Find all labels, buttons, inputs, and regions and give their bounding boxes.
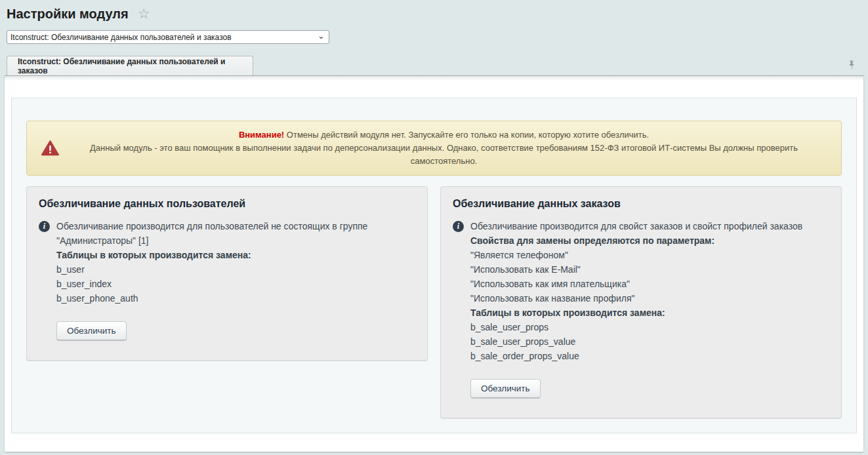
anonymize-orders-button[interactable]: Обезличить (470, 379, 541, 398)
text-line: Свойства для замены определяются по пара… (470, 233, 829, 248)
warning-triangle-icon (41, 140, 59, 160)
warning-banner: Внимание! Отмены действий модуля нет. За… (26, 121, 842, 176)
text-line: b_user_index (56, 277, 415, 291)
info-icon: i (39, 221, 50, 232)
page-title: Настройки модуля (7, 6, 129, 22)
users-panel-title: Обезличивание данных пользователей (39, 198, 415, 210)
warning-line-1: Внимание! Отмены действий модуля нет. За… (73, 129, 815, 142)
chevron-down-icon: ⌄ (318, 33, 325, 39)
module-select-value: Itconstruct: Обезличивание данных пользо… (10, 33, 318, 42)
warning-line-2: Данный модуль - это ваш помощник в выпол… (73, 142, 815, 168)
warning-title: Внимание! (239, 130, 284, 140)
favorite-star-icon[interactable]: ☆ (138, 7, 150, 20)
orders-panel-title: Обезличивание данных заказов (453, 198, 829, 210)
users-anonymization-panel: Обезличивание данных пользователей i Обе… (26, 186, 428, 361)
page-header: Настройки модуля ☆ Itconstruct: Обезличи… (0, 0, 868, 44)
text-line: b_user_phone_auth (56, 291, 415, 306)
users-panel-text: Обезличивание производится для пользоват… (56, 219, 415, 306)
text-line: "Является телефоном" (470, 248, 829, 262)
settings-form-area: Внимание! Отмены действий модуля нет. За… (11, 98, 857, 433)
text-line: b_sale_user_props_value (470, 334, 829, 349)
tab-module-settings[interactable]: Itconstruct: Обезличивание данных пользо… (7, 56, 253, 75)
orders-panel-text: Обезличивание производится для свойст за… (470, 219, 829, 363)
module-select[interactable]: Itconstruct: Обезличивание данных пользо… (7, 30, 329, 44)
text-line: "Использовать как название профиля" (470, 291, 829, 306)
tab-bar: Itconstruct: Обезличивание данных пользо… (7, 56, 863, 75)
warning-text-1: Отмены действий модуля нет. Запускайте е… (287, 130, 649, 140)
pin-icon[interactable] (848, 60, 856, 74)
text-line: Таблицы в которых производится замена: (56, 248, 415, 262)
module-settings-page: { "page": { "title": "Настройки модуля" … (0, 0, 868, 455)
tab-label: Itconstruct: Обезличивание данных пользо… (18, 57, 242, 75)
text-line: b_user (56, 262, 415, 277)
anonymize-users-button[interactable]: Обезличить (56, 321, 127, 340)
text-line: b_sale_order_props_value (470, 349, 829, 363)
orders-column: Обезличивание данных заказов i Обезличив… (440, 186, 842, 418)
text-line: "Использовать как E-Mail" (470, 262, 829, 277)
content-card: Внимание! Отмены действий модуля нет. За… (5, 75, 863, 452)
panels-row: Обезличивание данных пользователей i Обе… (26, 186, 842, 418)
text-line: Обезличивание производится для пользоват… (56, 219, 415, 248)
text-line: Таблицы в которых производится замена: (470, 306, 829, 320)
users-column: Обезличивание данных пользователей i Обе… (26, 186, 428, 361)
orders-anonymization-panel: Обезличивание данных заказов i Обезличив… (440, 186, 842, 418)
text-line: b_sale_user_props (470, 320, 829, 334)
text-line: "Использовать как имя плательщика" (470, 277, 829, 291)
info-icon: i (453, 221, 464, 232)
text-line: Обезличивание производится для свойст за… (470, 219, 829, 233)
